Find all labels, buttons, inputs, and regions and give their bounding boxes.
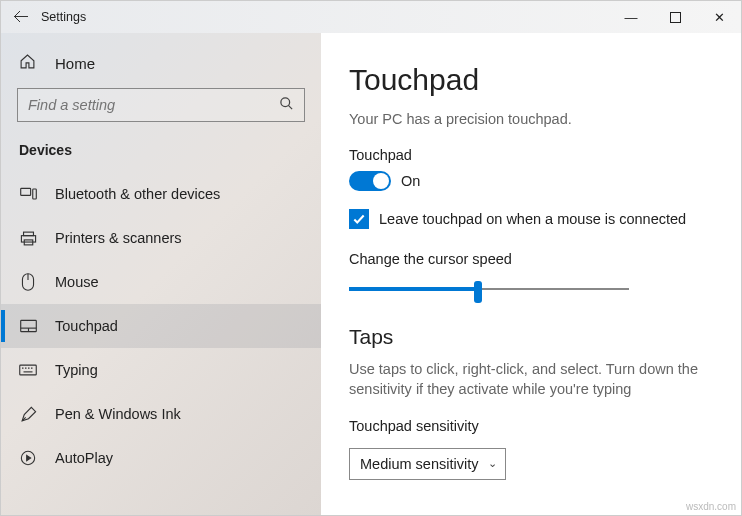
maximize-button[interactable]	[653, 1, 697, 33]
chevron-down-icon: ⌄	[488, 457, 497, 470]
home-nav[interactable]: Home	[1, 45, 321, 88]
search-input[interactable]	[28, 97, 279, 113]
sidebar-item-bluetooth[interactable]: Bluetooth & other devices	[1, 172, 321, 216]
printer-icon	[19, 230, 37, 247]
devices-icon	[19, 187, 37, 201]
sidebar-item-autoplay[interactable]: AutoPlay	[1, 436, 321, 480]
sidebar-item-typing[interactable]: Typing	[1, 348, 321, 392]
sidebar-item-label: Bluetooth & other devices	[55, 186, 220, 202]
precision-text: Your PC has a precision touchpad.	[349, 111, 713, 127]
sidebar-item-label: Typing	[55, 362, 98, 378]
sidebar-item-label: AutoPlay	[55, 450, 113, 466]
sidebar-item-label: Printers & scanners	[55, 230, 182, 246]
sensitivity-value: Medium sensitivity	[360, 456, 478, 472]
home-label: Home	[55, 55, 95, 72]
svg-rect-5	[21, 235, 35, 241]
minimize-button[interactable]: —	[609, 1, 653, 33]
watermark: wsxdn.com	[686, 501, 736, 512]
pen-icon	[19, 406, 37, 423]
leave-on-checkbox[interactable]	[349, 209, 369, 229]
leave-on-label: Leave touchpad on when a mouse is connec…	[379, 211, 686, 227]
svg-rect-3	[32, 189, 36, 199]
touchpad-icon	[19, 319, 37, 333]
svg-line-1	[288, 105, 292, 109]
svg-marker-20	[27, 455, 31, 460]
sidebar-item-label: Mouse	[55, 274, 99, 290]
keyboard-icon	[19, 364, 37, 376]
sidebar-group-header: Devices	[1, 138, 321, 172]
sidebar-item-label: Touchpad	[55, 318, 118, 334]
sidebar-item-label: Pen & Windows Ink	[55, 406, 181, 422]
content-pane: Touchpad Your PC has a precision touchpa…	[321, 33, 741, 515]
autoplay-icon	[19, 450, 37, 466]
sidebar-item-touchpad[interactable]: Touchpad	[1, 304, 321, 348]
cursor-speed-slider[interactable]	[349, 279, 629, 299]
search-box[interactable]	[17, 88, 305, 122]
sensitivity-label: Touchpad sensitivity	[349, 418, 713, 434]
mouse-icon	[19, 273, 37, 291]
sidebar: Home Devices Bluetooth & other devices	[1, 33, 321, 515]
title-bar: 🡠 Settings — ✕	[1, 1, 741, 33]
window-title: Settings	[41, 10, 86, 24]
toggle-state-text: On	[401, 173, 420, 189]
home-icon	[19, 53, 37, 74]
svg-rect-2	[20, 188, 30, 195]
sidebar-item-pen[interactable]: Pen & Windows Ink	[1, 392, 321, 436]
svg-rect-12	[20, 365, 37, 375]
sensitivity-select[interactable]: Medium sensitivity ⌄	[349, 448, 506, 480]
sidebar-item-mouse[interactable]: Mouse	[1, 260, 321, 304]
close-button[interactable]: ✕	[697, 1, 741, 33]
page-heading: Touchpad	[349, 63, 713, 97]
sidebar-item-printers[interactable]: Printers & scanners	[1, 216, 321, 260]
taps-description: Use taps to click, right-click, and sele…	[349, 359, 713, 400]
touchpad-toggle[interactable]	[349, 171, 391, 191]
slider-thumb[interactable]	[474, 281, 482, 303]
taps-heading: Taps	[349, 325, 713, 349]
touchpad-toggle-label: Touchpad	[349, 147, 713, 163]
search-icon	[279, 96, 294, 114]
back-button[interactable]: 🡠	[1, 8, 41, 26]
svg-point-0	[281, 98, 290, 107]
cursor-speed-label: Change the cursor speed	[349, 251, 713, 267]
